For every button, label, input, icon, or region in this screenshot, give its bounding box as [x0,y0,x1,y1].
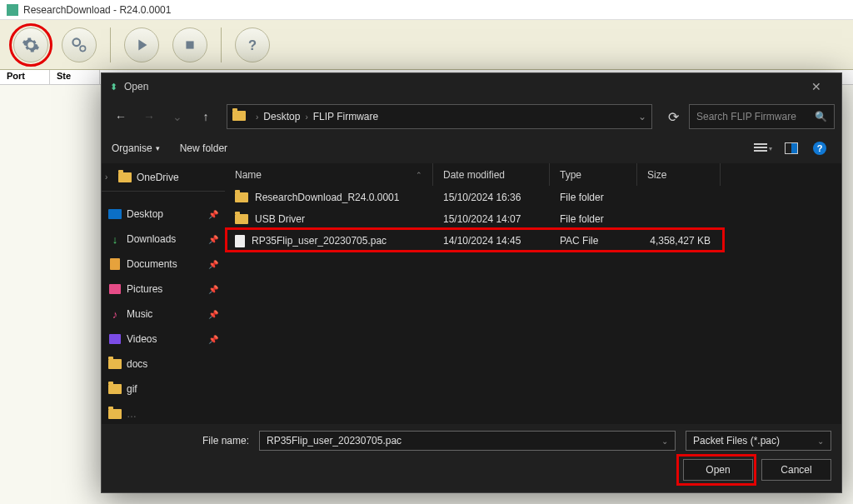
file-name-input[interactable]: RP35Flip_user_20230705.pac ⌄ [259,431,676,451]
help-icon: ? [813,142,826,155]
stop-button[interactable] [172,27,207,62]
svg-point-2 [80,46,86,52]
close-button[interactable]: ✕ [800,75,833,98]
col-port: Port [0,70,50,84]
play-icon [132,36,151,54]
app-titlebar: ResearchDownload - R24.0.0001 [0,0,853,20]
pictures-icon [109,284,121,294]
view-mode-button[interactable]: ▾ [751,138,775,158]
highlight-circle [9,23,52,67]
path-seg-1[interactable]: FLIP Firmware [313,111,378,122]
back-button[interactable]: ← [108,104,133,129]
folder-icon [235,214,248,224]
open-dialog: ⬍ Open ✕ ← → ⌄ ↑ › Desktop › FLIP Firmwa… [101,72,842,493]
tree-downloads[interactable]: ↓Downloads📌 [102,227,225,252]
question-icon: ? [243,36,262,54]
pin-icon: 📌 [208,235,218,244]
open-button[interactable]: Open [683,459,753,481]
folder-icon [108,359,122,369]
folder-icon [118,172,132,182]
list-row[interactable]: RP35Flip_user_20230705.pac 14/10/2024 14… [225,230,841,252]
tree-onedrive[interactable]: › OneDrive [102,163,225,192]
settings-button[interactable] [13,27,48,62]
organise-menu[interactable]: Organise ▾ [112,142,160,154]
pin-icon: 📌 [208,310,218,319]
help-button[interactable]: ? [808,138,831,158]
refresh-button[interactable]: ⟳ [661,104,686,129]
tree-more[interactable]: … [102,402,225,424]
preview-pane-button[interactable] [780,138,803,158]
svg-text:?: ? [248,37,257,52]
svg-rect-3 [186,41,193,48]
cancel-button[interactable]: Cancel [761,459,831,481]
list-row[interactable]: USB Driver 15/10/2024 14:07 File folder [225,208,841,230]
tree-gif[interactable]: gif [102,377,225,402]
dialog-toolbar: Organise ▾ New folder ▾ ? [102,133,841,163]
chevron-down-icon: ▾ [156,144,160,152]
file-name-label: File name: [112,435,249,447]
dialog-icon: ⬍ [110,82,117,92]
chevron-right-icon: › [305,112,307,122]
config-button[interactable] [62,27,97,62]
chevron-down-icon: ⌄ [172,110,182,123]
app-title: ResearchDownload - R24.0.0001 [23,4,171,16]
path-bar[interactable]: › Desktop › FLIP Firmware ⌄ [227,104,652,129]
dialog-titlebar: ⬍ Open ✕ [102,73,841,100]
music-icon: ♪ [108,308,122,320]
chevron-right-icon: › [256,112,258,122]
tree-videos[interactable]: Videos📌 [102,327,225,352]
search-placeholder: Search FLIP Firmware [696,111,815,122]
nav-tree: › OneDrive Desktop📌 ↓Downloads📌 Document… [102,163,225,424]
tree-label: OneDrive [137,172,179,183]
downloads-icon: ↓ [108,233,122,245]
recent-button[interactable]: ⌄ [165,104,190,129]
chevron-down-icon: ▾ [769,145,772,152]
list-header: Name⌃ Date modified Type Size [225,163,841,187]
tree-music[interactable]: ♪Music📌 [102,302,225,327]
pin-icon: 📌 [208,210,218,219]
tree-docs[interactable]: docs [102,352,225,377]
folder-icon [232,111,246,123]
up-button[interactable]: ↑ [193,104,218,129]
search-input[interactable]: Search FLIP Firmware 🔍 [689,104,835,129]
pin-icon: 📌 [208,335,218,344]
tree-desktop[interactable]: Desktop📌 [102,202,225,227]
chevron-down-icon[interactable]: ⌄ [638,111,646,122]
dialog-title: Open [124,81,148,92]
documents-icon [110,258,120,270]
col-size[interactable]: Size [637,163,721,186]
arrow-right-icon: → [143,110,155,123]
col-name[interactable]: Name⌃ [225,163,433,186]
new-folder-button[interactable]: New folder [180,142,227,154]
start-button[interactable] [124,27,159,62]
tree-pictures[interactable]: Pictures📌 [102,277,225,302]
file-type-filter[interactable]: Packet Files (*.pac) ⌄ [686,431,831,451]
refresh-icon: ⟳ [668,109,679,125]
desktop-icon [108,209,122,219]
path-seg-0[interactable]: Desktop [263,111,300,122]
tree-documents[interactable]: Documents📌 [102,252,225,277]
forward-button[interactable]: → [137,104,162,129]
chevron-down-icon[interactable]: ⌄ [661,437,668,446]
pin-icon: 📌 [208,285,218,294]
col-step: Ste [50,70,100,84]
col-type[interactable]: Type [550,163,637,186]
dialog-footer: File name: RP35Flip_user_20230705.pac ⌄ … [102,424,841,492]
list-row[interactable]: ResearchDownload_R24.0.0001 15/10/2024 1… [225,187,841,208]
arrow-left-icon: ← [115,110,127,123]
folder-icon [235,192,248,202]
sort-arrow-icon: ⌃ [416,171,422,179]
pane-icon [785,142,798,154]
app-icon [7,4,18,16]
col-date[interactable]: Date modified [433,163,550,186]
arrow-up-icon: ↑ [203,110,209,123]
chevron-down-icon[interactable]: ⌄ [817,437,824,446]
folder-icon [108,409,122,419]
file-icon [235,235,245,247]
app-toolbar: ? [0,20,853,70]
pin-icon: 📌 [208,260,218,269]
help-button[interactable]: ? [235,27,270,62]
chevron-right-icon: › [105,172,113,182]
svg-rect-0 [7,4,18,16]
stop-icon [181,36,199,54]
